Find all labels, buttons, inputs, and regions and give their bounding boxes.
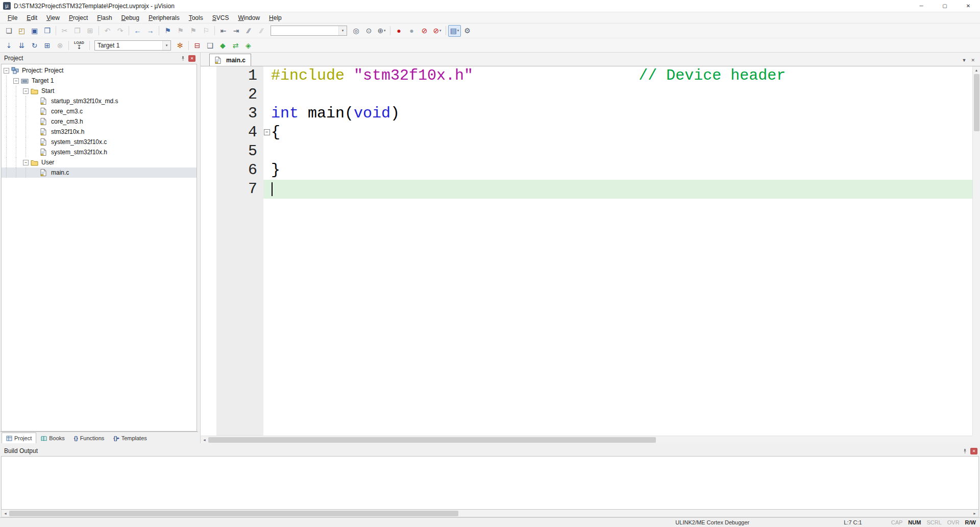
breakpoint-margin[interactable] [201,161,216,180]
indent-selection-button[interactable]: ⇥ [230,25,242,37]
tree-item-stm32f10x-h[interactable]: stm32f10x.h [2,127,197,137]
undo-button[interactable]: ↶ [101,25,114,37]
dropdown-arrow-icon[interactable]: ▾ [162,41,170,50]
previous-bookmark-button[interactable]: ⚑ [174,25,187,37]
code-line-1[interactable]: 1#include "stm32f10x.h" // Device header [201,66,972,85]
pin-icon[interactable] [179,54,187,62]
menu-item-window[interactable]: Window [233,13,264,22]
panel-close-icon[interactable]: ✕ [188,55,195,62]
open-file-button[interactable]: ◰ [15,25,28,37]
enable-disable-breakpoint-button[interactable]: ● [405,25,418,37]
build-button[interactable]: ⇊ [15,39,28,51]
scrollbar-thumb[interactable] [9,511,458,516]
batch-build-button[interactable]: ⊞ [41,39,54,51]
tree-item-start[interactable]: −Start [2,86,197,96]
redo-button[interactable]: ↷ [114,25,127,37]
menu-item-file[interactable]: File [3,13,22,22]
select-software-packs-button[interactable]: ⇄ [229,39,242,51]
breakpoint-margin[interactable] [201,123,216,142]
menu-item-debug[interactable]: Debug [117,13,144,22]
tree-item-main-c[interactable]: main.c [2,167,197,178]
collapse-expander-icon[interactable]: − [13,78,19,84]
breakpoint-margin[interactable] [201,142,216,161]
code-line-6[interactable]: 6} [201,161,972,180]
collapse-expander-icon[interactable]: − [4,68,9,74]
editor-horizontal-scrollbar[interactable]: ◄ [201,436,972,443]
incremental-find-button[interactable]: ⊕▾ [375,25,388,37]
configure-tools-button[interactable]: ⚙ [461,25,474,37]
stop-build-button[interactable]: ⊗ [54,39,66,51]
dropdown-arrow-icon[interactable]: ▾ [439,29,442,33]
tree-item-system-stm32f10x-h[interactable]: system_stm32f10x.h [2,147,197,157]
scroll-up-icon[interactable]: ▲ [975,66,978,74]
tree-item-core-cm3-h[interactable]: core_cm3.h [2,116,197,127]
build-output-content[interactable] [1,456,979,510]
new-file-button[interactable]: ❏ [3,25,15,37]
save-file-button[interactable]: ▣ [28,25,41,37]
scroll-left-icon[interactable]: ◄ [201,438,208,442]
navigate-back-button[interactable]: ← [131,25,144,37]
manage-run-time-environment-button[interactable]: ◆ [216,39,229,51]
menu-item-flash[interactable]: Flash [92,13,116,22]
build-output-horizontal-scrollbar[interactable]: ◄ ► [1,510,979,517]
code-line-2[interactable]: 2 [201,85,972,104]
editor-vertical-scrollbar[interactable]: ▲ [972,66,980,436]
find-button[interactable]: ⊙ [362,25,375,37]
uncomment-selection-button[interactable]: ∕∕ [255,25,268,37]
translate-file-button[interactable]: ⇣ [3,39,15,51]
kill-all-breakpoints-button[interactable]: ⊘▾ [431,25,444,37]
code-area[interactable]: 1#include "stm32f10x.h" // Device header… [201,66,972,199]
code-line-4[interactable]: 4−{ [201,123,972,142]
rebuild-all-button[interactable]: ↻ [28,39,41,51]
tab-main-c[interactable]: main.c [209,54,251,66]
find-text-combo[interactable]: ▾ [271,26,347,36]
pack-installer-button[interactable]: ◈ [242,39,255,51]
tree-item-user[interactable]: −User [2,157,197,167]
menu-item-help[interactable]: Help [264,13,286,22]
download-to-flash-button[interactable]: LOAD↧ [71,39,87,51]
code-line-5[interactable]: 5 [201,142,972,161]
insert-remove-breakpoint-button[interactable]: ● [393,25,405,37]
tree-item-startup-stm32f10x-md-s[interactable]: startup_stm32f10x_md.s [2,96,197,106]
panel-close-icon[interactable]: ✕ [970,448,977,454]
debug-session-windows-button[interactable]: ▤▾ [448,25,461,37]
menu-item-svcs[interactable]: SVCS [208,13,234,22]
panel-tab-templates[interactable]: {}▸Templates [109,433,151,443]
file-extensions-button[interactable]: ❑ [204,39,216,51]
pin-icon[interactable] [961,447,969,455]
options-for-target-button[interactable]: ✻ [174,39,186,51]
code-editor[interactable]: 1#include "stm32f10x.h" // Device header… [201,66,980,443]
breakpoint-margin[interactable] [201,180,216,199]
clear-all-bookmarks-button[interactable]: ⚐ [200,25,212,37]
find-in-files-button[interactable]: ◎ [350,25,362,37]
menu-item-peripherals[interactable]: Peripherals [144,13,184,22]
code-line-7[interactable]: 7 [201,180,972,199]
menu-item-project[interactable]: Project [64,13,92,22]
fold-collapse-icon[interactable]: − [264,129,270,135]
scroll-left-icon[interactable]: ◄ [2,512,9,515]
tab-list-chevron-icon[interactable]: ▼ [962,58,967,63]
dropdown-arrow-icon[interactable]: ▾ [457,29,459,33]
collapse-expander-icon[interactable]: − [23,160,29,165]
collapse-expander-icon[interactable]: − [23,88,29,94]
manage-project-items-button[interactable]: ⊟ [191,39,204,51]
tab-close-icon[interactable]: ✕ [971,58,975,63]
breakpoint-margin[interactable] [201,85,216,104]
panel-tab-books[interactable]: Books [36,433,69,443]
menu-item-view[interactable]: View [42,13,64,22]
cut-button[interactable]: ✂ [58,25,71,37]
tree-item-target-1[interactable]: −Target 1 [2,76,197,86]
maximize-button[interactable]: ▢ [933,0,957,12]
navigate-forward-button[interactable]: → [144,25,157,37]
next-bookmark-button[interactable]: ⚑ [187,25,200,37]
panel-tab-functions[interactable]: {}Functions [69,433,109,443]
minimize-button[interactable]: ─ [910,0,933,12]
menu-item-edit[interactable]: Edit [22,13,42,22]
tree-item-project-project[interactable]: −Project: Project [2,65,197,76]
dropdown-arrow-icon[interactable]: ▾ [384,29,386,33]
toggle-bookmark-button[interactable]: ⚑ [161,25,174,37]
copy-button[interactable]: ❐ [71,25,84,37]
tree-item-core-cm3-c[interactable]: core_cm3.c [2,106,197,116]
scrollbar-thumb[interactable] [974,74,979,131]
tree-item-system-stm32f10x-c[interactable]: system_stm32f10x.c [2,137,197,147]
